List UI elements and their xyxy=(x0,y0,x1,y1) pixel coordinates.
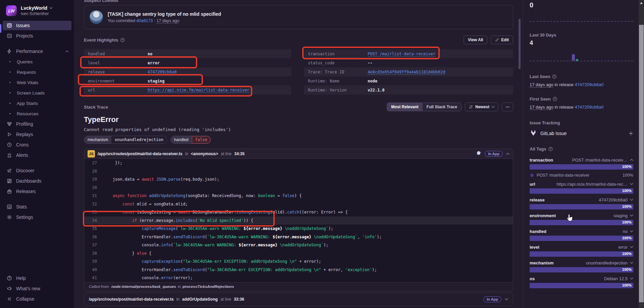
sidebar-item[interactable]: Releases xyxy=(3,187,71,196)
sort-newest-button[interactable]: Newest xyxy=(465,103,498,111)
tag-bar[interactable]: 100% xyxy=(530,204,633,209)
release-link[interactable]: 4747209cb6a0 xyxy=(575,105,603,110)
line-number: 30 xyxy=(84,184,103,192)
scrollbar-thumb[interactable] xyxy=(639,25,644,302)
commit-sha-link[interactable]: d0a9173 xyxy=(137,18,153,23)
tag-header[interactable]: level error xyxy=(530,244,633,250)
suspect-commit-card[interactable]: [TASK] change sentry log type of no mlid… xyxy=(84,5,513,29)
full-stack-trace-tab[interactable]: Full Stack Trace xyxy=(423,103,461,111)
tag-header[interactable]: transaction POST /mairlist-data-receiv… xyxy=(530,157,633,163)
sidebar-item[interactable]: Help xyxy=(3,273,71,283)
sidebar-item[interactable]: Projects xyxy=(3,31,71,41)
kv-value[interactable]: 4747209cb6a0 xyxy=(148,70,177,74)
question-icon[interactable] xyxy=(548,147,553,151)
commit-author-avatar xyxy=(90,10,103,24)
edit-button[interactable]: Edit xyxy=(491,36,513,44)
kv-value[interactable]: staging xyxy=(148,79,165,83)
kv-value[interactable]: https://api.nize.fm/mairlist-data-receiv… xyxy=(148,88,249,93)
tag-header[interactable]: release 4747209cb6a0 xyxy=(530,197,633,203)
mechanism-pill[interactable]: mechanism onunhandledrejection xyxy=(84,136,167,144)
window-scrollbar[interactable] xyxy=(639,0,644,308)
tag-bar[interactable]: 100% xyxy=(530,220,633,225)
line-code: ErrorHandler.sendToDiscord("lw-36C4U5Am-… xyxy=(103,266,377,274)
tag-header[interactable]: os Debian 12.5 xyxy=(530,275,633,282)
code-line: 28 xyxy=(84,167,513,176)
stack-frame-2[interactable]: /app/src/routes/post/mairlist-data-recei… xyxy=(84,293,513,306)
sidebar-item[interactable]: Alerts xyxy=(3,150,71,160)
sidebar-item[interactable]: Issues xyxy=(3,21,71,30)
handled-pill[interactable]: handled false xyxy=(170,136,211,144)
tag-group: transaction POST /mairlist-data-receiv… … xyxy=(530,157,633,178)
sidebar-item[interactable]: Crons xyxy=(3,140,71,149)
error-type: TypeError xyxy=(84,115,513,124)
chevron-down-icon[interactable] xyxy=(630,246,633,248)
tag-bar[interactable]: 100% xyxy=(530,267,633,272)
chevron-up-icon xyxy=(65,50,69,52)
more-options-button[interactable]: ⋯ xyxy=(502,103,513,111)
kv-value[interactable]: no xyxy=(148,52,152,56)
sidebar-item[interactable]: Screen Loads xyxy=(3,88,71,98)
sidebar-item[interactable]: Discover xyxy=(3,166,71,175)
collapse-icon xyxy=(7,296,12,302)
chevron-down-icon[interactable] xyxy=(630,214,633,217)
stats-icon xyxy=(7,204,12,209)
most-relevant-tab[interactable]: Most Relevant xyxy=(387,103,422,111)
chevron-down-icon[interactable] xyxy=(630,278,633,280)
sidebar-item[interactable]: Profiling xyxy=(3,119,71,129)
tag-bar[interactable]: 100% xyxy=(530,283,633,288)
frame-header[interactable]: JS /app/src/routes/post/mairlist-data-re… xyxy=(84,149,513,159)
question-icon[interactable] xyxy=(120,38,125,42)
sidebar-item[interactable]: Web Vitals xyxy=(3,78,71,87)
sidebar-item[interactable]: Collapse xyxy=(3,294,71,304)
sidebar-item[interactable]: Queries xyxy=(3,57,71,66)
kv-value[interactable]: -- xyxy=(368,61,372,65)
kv-row: Trace: Trace ID 4e8cd3e054f049ff9a4ab118… xyxy=(304,67,513,76)
scroll-down-arrow[interactable] xyxy=(639,303,644,307)
chevron-down-icon[interactable] xyxy=(630,262,633,264)
tag-bar[interactable]: 100% xyxy=(530,236,633,241)
org-name: LvckyWorld xyxy=(21,5,47,11)
tag-bar[interactable]: 100% xyxy=(530,188,633,194)
crons-icon xyxy=(7,142,12,147)
chevron-down-icon[interactable] xyxy=(630,183,633,185)
kv-value[interactable]: POST /mairlist-data-receiver xyxy=(368,52,435,56)
chevron-down-icon[interactable] xyxy=(630,230,633,232)
sidebar-item[interactable]: Settings xyxy=(3,212,71,222)
org-header[interactable]: LW LvckyWorld Iven Schlenther xyxy=(0,0,74,16)
gitlab-icon xyxy=(530,129,537,137)
frame-lineno: 34:35 xyxy=(234,151,245,156)
line-code: if (error.message.includes('No mlid spec… xyxy=(103,217,253,225)
kv-value[interactable]: error xyxy=(148,61,160,65)
tag-bar[interactable]: 100% xyxy=(530,164,633,170)
gitlab-issue-row[interactable]: GitLab Issue xyxy=(530,129,633,137)
question-icon[interactable] xyxy=(553,97,557,101)
seer-icon[interactable] xyxy=(476,151,481,157)
release-link[interactable]: 4747209cb6a0 xyxy=(575,82,603,87)
kv-value[interactable]: 4e8cd3e054f049ff9a4ab1181d4bb02d xyxy=(368,70,445,74)
sidebar-item[interactable]: What's new xyxy=(3,284,71,293)
tag-header[interactable]: environment staging xyxy=(530,212,633,219)
sidebar-item[interactable]: App Starts xyxy=(3,99,71,108)
chevron-down-icon[interactable] xyxy=(505,298,508,300)
plus-icon[interactable] xyxy=(629,131,633,136)
tag-expanded-row[interactable]: POST /mairlist-data-receiver 100% xyxy=(530,173,633,178)
tag-bar[interactable]: 100% xyxy=(530,251,633,257)
sidebar-item[interactable]: Requests xyxy=(3,67,71,77)
view-all-button[interactable]: View All xyxy=(464,36,487,44)
chevron-up-icon[interactable] xyxy=(630,159,633,161)
chevron-up-icon[interactable] xyxy=(506,153,509,155)
content-scrollbar-thumb[interactable] xyxy=(519,19,521,69)
sidebar-item[interactable]: Stats xyxy=(3,202,71,211)
tag-header[interactable]: handled no xyxy=(530,228,633,234)
question-icon[interactable] xyxy=(552,74,556,79)
tag-header[interactable]: url https://api.nize.fm/mairlist-data-re… xyxy=(530,181,633,187)
sidebar-item[interactable]: Dashboards xyxy=(3,176,71,186)
sidebar-item[interactable]: Resources xyxy=(3,109,71,118)
sidebar-item[interactable]: Replays xyxy=(3,130,71,139)
sidebar-item[interactable]: Performance xyxy=(3,47,71,56)
kv-value[interactable]: v22.1.0 xyxy=(368,88,385,93)
kv-value[interactable]: node xyxy=(368,79,377,83)
scroll-up-arrow[interactable] xyxy=(639,1,644,5)
tag-header[interactable]: mechanism onunhandledrejection xyxy=(530,260,633,266)
chevron-down-icon[interactable] xyxy=(630,199,633,201)
